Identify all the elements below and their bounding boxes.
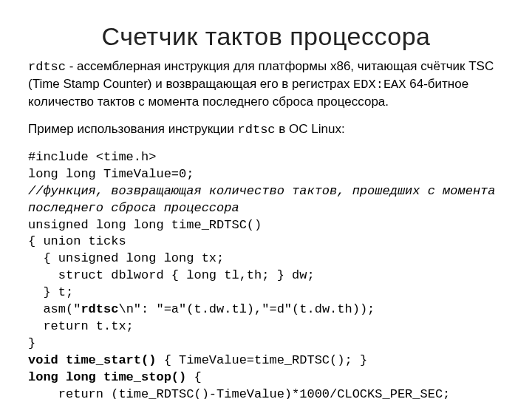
code-line: } t; [28,285,73,299]
code-block: #include <time.h> long long TimeValue=0;… [28,149,504,399]
code-keyword-rdtsc: rdtsc [81,302,118,316]
code-line: { [186,370,201,384]
code-line: long long TimeValue=0; [28,167,194,181]
text: Пример использования инструкции [28,122,238,136]
code-line: } [28,336,35,350]
paragraph-2: Пример использования инструкции rdtsc в … [28,121,504,139]
code-line: { union ticks [28,234,126,248]
inline-code-rdtsc: rdtsc [28,60,66,74]
code-line: \n": "=a"(t.dw.tl),"=d"(t.dw.th)); [118,302,375,316]
code-line: #include <time.h> [28,150,156,164]
code-line: { unsigned long long tx; [28,251,224,265]
code-line: asm(" [28,302,81,316]
code-line: unsigned long long time_RDTSC() [28,218,262,232]
slide-title: Счетчик тактов процессора [28,22,504,51]
text: в ОС Linux: [276,122,345,136]
code-line: return t.tx; [28,319,134,333]
code-func-time-stop: long long time_stop() [28,370,186,384]
code-line: return (time_RDTSC()-TimeValue)*1000/CLO… [28,387,450,399]
code-func-time-start: void time_start() [28,353,156,367]
code-comment: последнего сброса процессора [28,201,239,215]
inline-code-edx-eax: EDX:EAX [353,78,406,92]
code-line: { TimeValue=time_RDTSC(); } [156,353,367,367]
slide: Счетчик тактов процессора rdtsc - ассемб… [0,0,532,399]
code-line: struct dblword { long tl,th; } dw; [28,268,315,282]
code-comment: //функция, возвращающая количество такто… [28,184,496,198]
inline-code-rdtsc-2: rdtsc [238,123,276,137]
paragraph-1: rdtsc - ассемблерная инструкция для плат… [28,58,504,111]
slide-body: rdtsc - ассемблерная инструкция для плат… [28,58,504,399]
